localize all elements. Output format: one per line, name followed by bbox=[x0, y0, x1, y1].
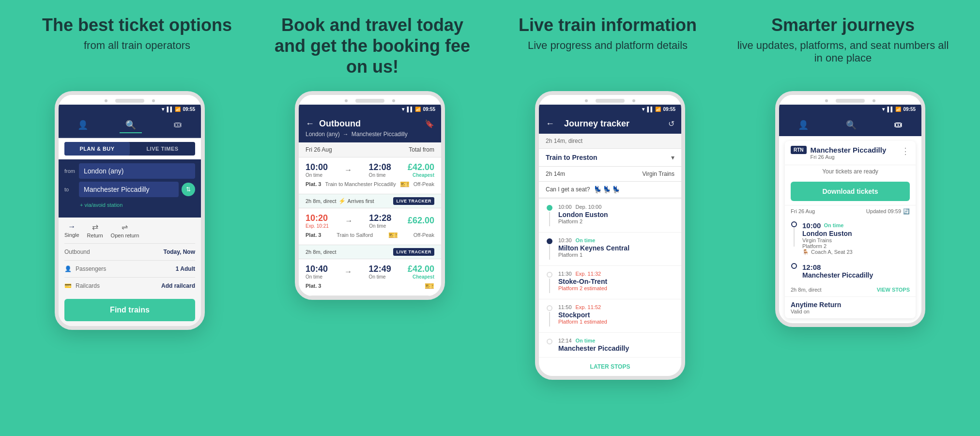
return-icon: ⇄ bbox=[92, 222, 98, 232]
view-stops-link[interactable]: VIEW STOPS bbox=[877, 287, 910, 293]
ticket-dest-name: Manchester Piccadilly bbox=[811, 146, 897, 154]
ticket1-type-icon: 🎫 bbox=[400, 180, 410, 189]
bookmark-icon[interactable]: 🔖 bbox=[425, 119, 434, 128]
journey-return[interactable]: ⇄ Return bbox=[87, 222, 103, 238]
arrives-first-text: 2h 8m, direct ⚡ Arrives first bbox=[306, 198, 374, 204]
ticket-card-2[interactable]: 10:20 Exp. 10:21 → 12:28 On time £62.00 … bbox=[299, 208, 441, 245]
to-input[interactable]: Manchester Piccadilly bbox=[79, 182, 179, 197]
stop4-info: 11:50 Exp. 11:52 Stockport Platform 1 es… bbox=[558, 304, 674, 325]
phone4-notch bbox=[836, 99, 865, 103]
phone2-wrapper: ▼ ▌▌ 📶 09:55 ← Outbound 🔖 London (any) →… bbox=[250, 91, 490, 300]
phone4-nav-account[interactable]: 👤 bbox=[792, 118, 814, 132]
phone2-status-right: ▼ ▌▌ 📶 09:55 bbox=[401, 107, 435, 112]
phone1-notch bbox=[115, 99, 144, 103]
later-stops-link[interactable]: LATER STOPS bbox=[539, 358, 681, 376]
coach-icon: 🪑 bbox=[802, 249, 809, 255]
ticket1-arrive-status: On time bbox=[369, 172, 391, 178]
stop3-time: 11:30 bbox=[558, 271, 572, 277]
find-trains-button[interactable]: Find trains bbox=[64, 299, 195, 321]
ticket1-arrive: 12:08 On time bbox=[369, 162, 391, 178]
phone4-nav-search[interactable]: 🔍 bbox=[840, 118, 862, 132]
seat-bar: Can I get a seat? 💺 💺 💺 bbox=[539, 182, 681, 199]
updated-text: Updated 09:59 🔄 bbox=[866, 208, 910, 215]
stop5-time: 12:14 bbox=[558, 338, 572, 343]
railcard-icon: 💳 bbox=[64, 282, 72, 289]
p4-stop1-station: London Euston bbox=[802, 230, 910, 237]
ticket3-detail: Plat. 3 🎫 bbox=[306, 281, 434, 291]
phone1-status-right: ▼ ▌▌ 📶 09:55 bbox=[161, 107, 195, 112]
download-tickets-button[interactable]: Download tickets bbox=[791, 182, 910, 201]
journey-open-return[interactable]: ⇌ Open return bbox=[111, 222, 139, 238]
phone3-status-bar: ▼ ▌▌ 📶 09:55 bbox=[539, 105, 681, 114]
stop5-status: On time bbox=[576, 338, 596, 343]
stop1-times: 10:00 Dep. 10:00 bbox=[558, 204, 674, 210]
journey-single[interactable]: → Single bbox=[64, 222, 79, 238]
phone1-nav-account[interactable]: 👤 bbox=[72, 118, 94, 133]
stop3-times: 11:30 Exp. 11:32 bbox=[558, 271, 674, 277]
live-tracker-badge-1[interactable]: LIVE TRACKER bbox=[393, 197, 434, 205]
phone3-notch bbox=[596, 99, 625, 103]
ticket-card-3[interactable]: 10:40 On time → 12:49 On time £42.00 Che… bbox=[299, 259, 441, 296]
single-label: Single bbox=[64, 232, 79, 238]
journey-options: → Single ⇄ Return ⇌ Open return bbox=[64, 222, 195, 238]
arrives-first-banner: 2h 8m, direct ⚡ Arrives first LIVE TRACK… bbox=[299, 194, 441, 208]
train-select-bar[interactable]: Train to Preston ▾ bbox=[539, 149, 681, 167]
phone1-nav-search[interactable]: 🔍 bbox=[120, 118, 142, 133]
passenger-icon: 👤 bbox=[64, 265, 72, 272]
phone3-back-arrow[interactable]: ← bbox=[546, 119, 554, 129]
phone1-top-bar bbox=[59, 95, 201, 105]
back-arrow-icon[interactable]: ← bbox=[306, 119, 314, 129]
passengers-row[interactable]: 👤 Passengers 1 Adult bbox=[64, 260, 195, 277]
ticket2-times: 10:20 Exp. 10:21 → 12:28 On time £62.00 bbox=[306, 213, 434, 229]
from-input[interactable]: London (any) bbox=[79, 163, 195, 179]
phone3-speaker bbox=[585, 99, 588, 102]
railcards-row[interactable]: 💳 Railcards Add railcard bbox=[64, 277, 195, 294]
live-tracker-badge-2[interactable]: LIVE TRACKER bbox=[393, 248, 434, 256]
phone1-form: from London (any) to Manchester Piccadil… bbox=[59, 159, 201, 218]
stop1-name: London Euston bbox=[558, 211, 674, 218]
ticket-card-1[interactable]: 10:00 On time → 12:08 On time £42.00 Che… bbox=[299, 157, 441, 194]
phone1-nav-ticket[interactable]: 🎟 bbox=[168, 118, 188, 133]
via-link[interactable]: + via/avoid station bbox=[64, 200, 195, 212]
ticket3-depart: 10:40 On time bbox=[306, 264, 328, 280]
stop-manchester: 12:14 On time Manchester Piccadilly bbox=[539, 333, 681, 358]
swap-button[interactable]: ⇅ bbox=[182, 183, 195, 196]
phone2-notch bbox=[355, 99, 384, 103]
sync-icon: 🔄 bbox=[903, 208, 910, 215]
p4-stop2-time: 12:08 bbox=[802, 263, 821, 271]
ticket1-price: £42.00 bbox=[408, 162, 434, 172]
phone3-title: Journey tracker bbox=[564, 119, 663, 129]
more-options-button[interactable]: ⋮ bbox=[901, 146, 910, 156]
seat-icon-3: 💺 bbox=[612, 186, 620, 193]
stop2-platform: Platform 1 bbox=[558, 252, 674, 258]
p4-duration-bar: 2h 8m, direct VIEW STOPS bbox=[785, 283, 916, 296]
outbound-title: Outbound bbox=[319, 119, 425, 129]
ticket3-price-label: Cheapest bbox=[408, 274, 434, 280]
stop-milton-keynes: 10:30 On time Milton Keynes Central Plat… bbox=[539, 233, 681, 266]
refresh-icon[interactable]: ↺ bbox=[668, 119, 674, 128]
chevron-down-icon: ▾ bbox=[671, 154, 674, 161]
tab-plan-buy[interactable]: PLAN & BUY bbox=[64, 142, 130, 156]
to-label: to bbox=[64, 187, 79, 192]
stop2-dot bbox=[547, 238, 552, 244]
ticket2-detail: Plat. 3 Train to Salford 🎫 Off-Peak bbox=[306, 231, 434, 240]
seat-icons: 💺 💺 💺 bbox=[594, 186, 620, 193]
phone2-top-bar bbox=[299, 95, 441, 105]
tab-live-times[interactable]: LIVE TIMES bbox=[130, 142, 195, 156]
col4-header: Smarter journeys live updates, platforms… bbox=[725, 15, 961, 81]
stop3-dot bbox=[547, 272, 552, 278]
stop-stoke: 11:30 Exp. 11:32 Stoke-On-Trent Platform… bbox=[539, 266, 681, 299]
p4-line-1 bbox=[794, 227, 795, 247]
p4-stop1-platform: Platform 2 bbox=[802, 243, 910, 249]
stop5-info: 12:14 On time Manchester Piccadilly bbox=[558, 338, 674, 352]
ticket1-platform: Plat. 3 bbox=[306, 181, 321, 187]
p4-stop2-left bbox=[791, 263, 797, 269]
outbound-row[interactable]: Outbound Today, Now bbox=[64, 243, 195, 260]
ticket2-arrive-status: On time bbox=[369, 223, 391, 229]
phone3-header: ← Journey tracker ↺ bbox=[539, 114, 681, 134]
phone4-nav-ticket[interactable]: 🎟 bbox=[888, 118, 908, 132]
phone2-route: London (any) → Manchester Piccadilly bbox=[306, 131, 434, 138]
phone4-ticket-card: RTN Manchester Piccadilly Fri 26 Aug ⋮ Y… bbox=[785, 141, 916, 318]
stop4-platform: Platform 1 estimated bbox=[558, 319, 674, 325]
stop5-name: Manchester Piccadilly bbox=[558, 344, 674, 352]
